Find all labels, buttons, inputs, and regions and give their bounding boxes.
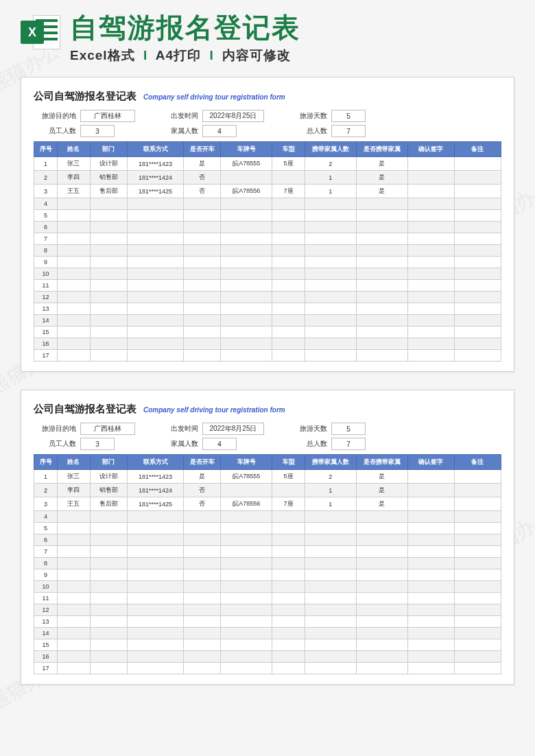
- cell-name: [58, 292, 91, 303]
- cell-seq: 2: [34, 171, 58, 185]
- cell-type: 7座: [272, 497, 305, 511]
- cell-phone: [128, 511, 184, 523]
- separator: I: [143, 48, 147, 62]
- cell-plate: [221, 315, 272, 327]
- cell-phone: [128, 257, 184, 268]
- cell-phone: [128, 292, 184, 303]
- cell-dept: [90, 210, 127, 222]
- cell-name: [58, 604, 91, 616]
- cell-fam: 2: [305, 157, 356, 171]
- cell-fam: [305, 280, 356, 292]
- cell-seq: 9: [34, 257, 58, 268]
- cell-name: [58, 546, 91, 558]
- cell-type: [272, 534, 305, 546]
- cell-plate: [221, 546, 272, 558]
- cell-sign: [407, 157, 454, 171]
- cell-seq: 7: [34, 233, 58, 245]
- cell-hasfam: [356, 639, 407, 651]
- cell-fam: [305, 523, 356, 534]
- cell-fam: 1: [305, 497, 356, 511]
- cell-note: [454, 511, 501, 523]
- cell-seq: 9: [34, 569, 58, 581]
- cell-drive: 否: [183, 484, 220, 497]
- cell-type: [272, 210, 305, 222]
- label-days: 旅游天数: [285, 424, 331, 434]
- cell-plate: [221, 327, 272, 338]
- cell-phone: [128, 581, 184, 593]
- cell-plate: 皖A78556: [221, 185, 272, 198]
- cell-note: [454, 185, 501, 198]
- cell-plate: [221, 303, 272, 315]
- cell-drive: [183, 327, 220, 338]
- value-destination: 广西桂林: [80, 423, 135, 435]
- cell-note: [454, 245, 501, 257]
- col-header: 姓名: [58, 142, 91, 157]
- cell-phone: [128, 651, 184, 663]
- cell-seq: 2: [34, 484, 58, 497]
- cell-dept: 售后部: [90, 497, 127, 511]
- cell-sign: [407, 523, 454, 534]
- cell-seq: 12: [34, 604, 58, 616]
- cell-name: [58, 639, 91, 651]
- cell-sign: [407, 257, 454, 268]
- form-preview-1: 公司自驾游报名登记表 Company self driving tour reg…: [21, 77, 514, 372]
- cell-hasfam: [356, 280, 407, 292]
- cell-sign: [407, 558, 454, 569]
- cell-type: [272, 292, 305, 303]
- cell-drive: [183, 593, 220, 604]
- form-title-cn: 公司自驾游报名登记表: [34, 403, 136, 416]
- cell-sign: [407, 185, 454, 198]
- cell-note: [454, 303, 501, 315]
- col-header: 确认签字: [407, 142, 454, 157]
- cell-note: [454, 171, 501, 185]
- table-row: 2李四销售部181****1424否1是: [34, 484, 501, 497]
- cell-type: [272, 593, 305, 604]
- cell-note: [454, 292, 501, 303]
- cell-hasfam: [356, 350, 407, 362]
- cell-note: [454, 157, 501, 171]
- cell-seq: 13: [34, 616, 58, 628]
- cell-phone: [128, 593, 184, 604]
- table-row: 1张三设计部181****1423是皖A785555座2是: [34, 157, 501, 171]
- cell-plate: [221, 639, 272, 651]
- cell-type: [272, 198, 305, 210]
- cell-sign: [407, 569, 454, 581]
- cell-sign: [407, 593, 454, 604]
- value-fam: 4: [202, 125, 237, 137]
- cell-fam: [305, 616, 356, 628]
- cell-name: [58, 280, 91, 292]
- table-row: 11: [34, 593, 501, 604]
- cell-type: [272, 604, 305, 616]
- cell-seq: 11: [34, 593, 58, 604]
- cell-drive: [183, 651, 220, 663]
- cell-phone: 181****1425: [128, 185, 184, 198]
- cell-type: 5座: [272, 157, 305, 171]
- label-destination: 旅游目的地: [34, 424, 80, 434]
- cell-fam: [305, 569, 356, 581]
- cell-hasfam: [356, 210, 407, 222]
- cell-note: [454, 546, 501, 558]
- table-row: 4: [34, 511, 501, 523]
- cell-drive: 是: [183, 157, 220, 171]
- cell-drive: 否: [183, 497, 220, 511]
- cell-plate: [221, 581, 272, 593]
- cell-fam: [305, 198, 356, 210]
- cell-type: [272, 338, 305, 350]
- cell-phone: [128, 523, 184, 534]
- cell-phone: [128, 210, 184, 222]
- cell-note: [454, 280, 501, 292]
- table-row: 13: [34, 616, 501, 628]
- cell-fam: [305, 327, 356, 338]
- cell-fam: 1: [305, 484, 356, 497]
- table-row: 7: [34, 233, 501, 245]
- cell-plate: [221, 604, 272, 616]
- cell-phone: [128, 604, 184, 616]
- table-row: 14: [34, 628, 501, 639]
- label-total: 总人数: [285, 439, 331, 449]
- cell-name: [58, 257, 91, 268]
- cell-drive: [183, 315, 220, 327]
- cell-sign: [407, 171, 454, 185]
- table-row: 3王五售后部181****1425否皖A785567座1是: [34, 497, 501, 511]
- table-row: 8: [34, 245, 501, 257]
- value-total: 7: [331, 438, 366, 450]
